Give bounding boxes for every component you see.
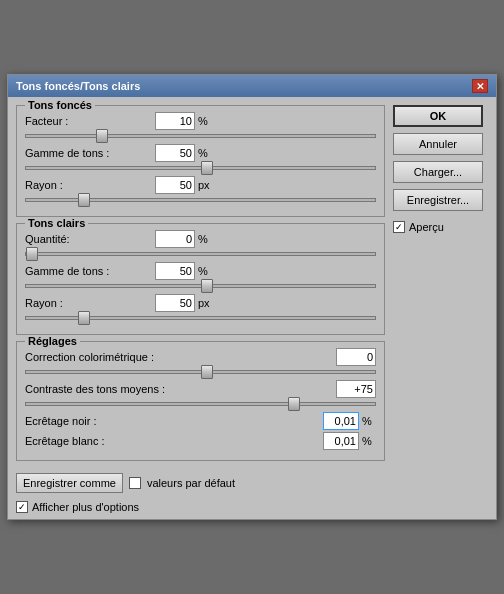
rayon-clairs-label: Rayon : [25, 297, 155, 309]
rayon-fonces-input[interactable] [155, 176, 195, 194]
tons-fonces-group: Tons foncés Facteur : % Gamme de tons : … [16, 105, 385, 217]
facteur-label: Facteur : [25, 115, 155, 127]
quantite-row: Quantité: % [25, 230, 376, 248]
contraste-input[interactable] [336, 380, 376, 398]
facteur-slider-thumb[interactable] [96, 129, 108, 143]
annuler-button[interactable]: Annuler [393, 133, 483, 155]
left-panel: Tons foncés Facteur : % Gamme de tons : … [16, 105, 385, 461]
rayon-clairs-slider-track[interactable] [25, 316, 376, 320]
quantite-label: Quantité: [25, 233, 155, 245]
apercu-label: Aperçu [409, 221, 444, 233]
gamme-clairs-label: Gamme de tons : [25, 265, 155, 277]
gamme-fonces-row: Gamme de tons : % [25, 144, 376, 162]
title-text: Tons foncés/Tons clairs [16, 80, 140, 92]
right-panel: OK Annuler Charger... Enregistrer... ✓ A… [393, 105, 488, 461]
correction-row: Correction colorimétrique : [25, 348, 376, 366]
ecretage-blanc-unit: % [362, 435, 376, 447]
ok-button[interactable]: OK [393, 105, 483, 127]
apercu-checkbox[interactable]: ✓ [393, 221, 405, 233]
gamme-fonces-unit: % [198, 147, 216, 159]
bottom-btn-row: Enregistrer comme valeurs par défaut [16, 473, 488, 493]
ecretage-noir-label: Ecrêtage noir : [25, 415, 323, 427]
gamme-clairs-slider-thumb[interactable] [201, 279, 213, 293]
valeurs-par-defaut-label: valeurs par défaut [147, 477, 235, 489]
afficher-label: Afficher plus d'options [32, 501, 139, 513]
tons-clairs-group: Tons clairs Quantité: % Gamme de tons : … [16, 223, 385, 335]
apercu-row: ✓ Aperçu [393, 221, 488, 233]
gamme-clairs-unit: % [198, 265, 216, 277]
contraste-label: Contraste des tons moyens : [25, 383, 336, 395]
bottom-bar: Enregistrer comme valeurs par défaut ✓ A… [8, 469, 496, 519]
ecretage-blanc-label: Ecrêtage blanc : [25, 435, 323, 447]
contraste-slider-track[interactable] [25, 402, 376, 406]
gamme-clairs-row: Gamme de tons : % [25, 262, 376, 280]
correction-label: Correction colorimétrique : [25, 351, 336, 363]
correction-input[interactable] [336, 348, 376, 366]
rayon-fonces-unit: px [198, 179, 216, 191]
reglages-label: Réglages [25, 335, 80, 347]
facteur-slider-track[interactable] [25, 134, 376, 138]
facteur-input[interactable] [155, 112, 195, 130]
close-button[interactable]: ✕ [472, 79, 488, 93]
ecretage-noir-input[interactable] [323, 412, 359, 430]
ecretage-noir-row: Ecrêtage noir : % [25, 412, 376, 430]
afficher-checkbox[interactable]: ✓ [16, 501, 28, 513]
gamme-clairs-input[interactable] [155, 262, 195, 280]
gamme-fonces-slider-track[interactable] [25, 166, 376, 170]
rayon-fonces-slider-thumb[interactable] [78, 193, 90, 207]
rayon-fonces-row: Rayon : px [25, 176, 376, 194]
ecretage-blanc-input[interactable] [323, 432, 359, 450]
rayon-clairs-unit: px [198, 297, 216, 309]
rayon-clairs-input[interactable] [155, 294, 195, 312]
quantite-unit: % [198, 233, 216, 245]
title-bar: Tons foncés/Tons clairs ✕ [8, 75, 496, 97]
ecretage-noir-unit: % [362, 415, 376, 427]
charger-button[interactable]: Charger... [393, 161, 483, 183]
facteur-row: Facteur : % [25, 112, 376, 130]
ecretage-blanc-row: Ecrêtage blanc : % [25, 432, 376, 450]
rayon-fonces-label: Rayon : [25, 179, 155, 191]
rayon-clairs-slider-thumb[interactable] [78, 311, 90, 325]
enregistrer-button[interactable]: Enregistrer... [393, 189, 483, 211]
correction-slider-thumb[interactable] [201, 365, 213, 379]
gamme-fonces-slider-thumb[interactable] [201, 161, 213, 175]
rayon-fonces-slider-track[interactable] [25, 198, 376, 202]
tons-fonces-label: Tons foncés [25, 99, 95, 111]
reglages-group: Réglages Correction colorimétrique : Con… [16, 341, 385, 461]
facteur-unit: % [198, 115, 216, 127]
quantite-slider-thumb[interactable] [26, 247, 38, 261]
rayon-clairs-row: Rayon : px [25, 294, 376, 312]
gamme-fonces-label: Gamme de tons : [25, 147, 155, 159]
quantite-slider-track[interactable] [25, 252, 376, 256]
enregistrer-comme-button[interactable]: Enregistrer comme [16, 473, 123, 493]
dialog: Tons foncés/Tons clairs ✕ Tons foncés Fa… [7, 74, 497, 520]
quantite-input[interactable] [155, 230, 195, 248]
valeurs-par-defaut-checkbox[interactable] [129, 477, 141, 489]
correction-slider-track[interactable] [25, 370, 376, 374]
gamme-fonces-input[interactable] [155, 144, 195, 162]
dialog-body: Tons foncés Facteur : % Gamme de tons : … [8, 97, 496, 469]
gamme-clairs-slider-track[interactable] [25, 284, 376, 288]
contraste-row: Contraste des tons moyens : [25, 380, 376, 398]
afficher-row: ✓ Afficher plus d'options [16, 501, 488, 513]
tons-clairs-label: Tons clairs [25, 217, 88, 229]
contraste-slider-thumb[interactable] [288, 397, 300, 411]
